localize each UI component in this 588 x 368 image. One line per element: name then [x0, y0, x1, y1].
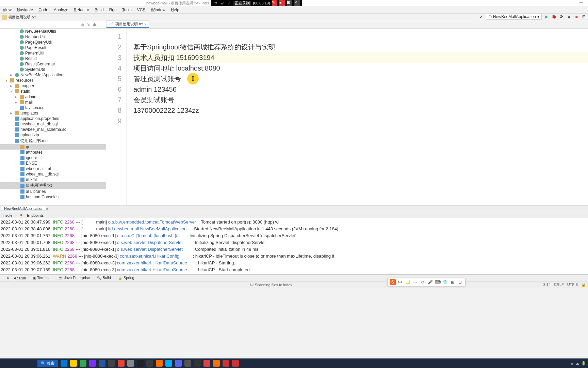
app-icon[interactable]	[232, 360, 239, 367]
tree-item[interactable]: 目使用说明.txt	[0, 182, 106, 189]
ime-moon-icon[interactable]: 🌙	[405, 279, 411, 285]
status-encoding[interactable]: UTF-8	[567, 282, 578, 287]
editor-tab[interactable]: 📄 项目使用说明.txt ×	[106, 20, 149, 28]
app-icon[interactable]	[146, 360, 153, 367]
project-tree[interactable]: ⊕ ⇲ ✱ — NewBeeMallUtilsNumberUtilPageQue…	[0, 21, 106, 205]
menu-tools[interactable]: Tools	[119, 7, 134, 12]
coverage-icon[interactable]: ⟳	[559, 14, 564, 19]
rec-stop-icon[interactable]: ■	[279, 0, 285, 6]
status-eol[interactable]: CRLF	[554, 282, 564, 287]
breadcrumb-file[interactable]: 项目使用说明.txt	[8, 15, 36, 20]
menu-navigate[interactable]: Navigate	[14, 7, 36, 12]
rec-icon[interactable]: ↙	[220, 1, 225, 5]
more-icon[interactable]: ⊞	[581, 14, 587, 19]
code-line[interactable]: admin 123456	[133, 84, 588, 95]
rec-settings-icon[interactable]: ⊞	[287, 0, 292, 6]
app-icon[interactable]	[203, 360, 210, 367]
tree-item[interactable]: wbee-mall.iml	[0, 166, 106, 171]
system-tray[interactable]: ∧ ☁ 🔋	[571, 361, 588, 366]
tree-item[interactable]: upload.zip	[0, 132, 106, 138]
ime-mic-icon[interactable]: 🎤	[427, 279, 433, 285]
tree-item[interactable]: ENSE	[0, 160, 106, 166]
ime-keyboard-icon[interactable]: ⌨	[435, 279, 441, 285]
tree-item[interactable]: ▾resources	[0, 78, 106, 83]
app-icon[interactable]	[194, 360, 201, 367]
app-icon[interactable]	[89, 360, 96, 367]
menu-build[interactable]: Build	[92, 7, 107, 12]
tree-settings-icon[interactable]: ✱	[93, 22, 96, 27]
tree-item[interactable]: application.properties	[0, 116, 106, 121]
tool-spring[interactable]: 🍃 Spring	[114, 275, 138, 281]
code-line[interactable]: 基于Springboot微信商城推荐系统的设计与实现	[133, 42, 588, 52]
minimize-button[interactable]: —	[574, 0, 588, 6]
tree-item[interactable]: ▾static	[0, 89, 106, 94]
tree-item[interactable]: ResultGenerator	[0, 61, 106, 67]
tree-item[interactable]: wbee_mall_db.sql	[0, 171, 106, 177]
code-line[interactable]: 13700002222 1234zz	[133, 105, 588, 116]
build-icon[interactable]: ↙	[478, 14, 484, 19]
status-pos[interactable]: 3:14	[543, 282, 551, 287]
ime-skin-icon[interactable]: 👕	[442, 279, 448, 285]
app-icon[interactable]	[137, 360, 144, 367]
code-line[interactable]: 会员测试账号	[133, 95, 588, 105]
app-icon[interactable]	[99, 360, 105, 367]
tree-item[interactable]: NumberUtil	[0, 34, 106, 40]
tree-item[interactable]: get	[0, 144, 106, 150]
console-output[interactable]: 2022-03-01 20:38:47.999 INFO 2268 --- [ …	[0, 218, 588, 274]
tree-item[interactable]: SystemUtil	[0, 67, 106, 72]
rec-close-icon[interactable]: ✕	[294, 0, 300, 6]
app-icon[interactable]	[127, 360, 134, 367]
code-line[interactable]	[133, 31, 588, 42]
menu-help[interactable]: Help	[168, 7, 182, 12]
tree-item[interactable]: ▸admin	[0, 94, 106, 99]
run-config-selector[interactable]: ⬡ NewBeeMallApplication ▾	[486, 14, 542, 20]
tree-item[interactable]: ▸templates	[0, 110, 106, 116]
tree-item[interactable]: Result	[0, 56, 106, 61]
rec-icon[interactable]: ⤢	[227, 1, 231, 5]
ime-emoji-icon[interactable]: ☺	[420, 279, 426, 285]
tree-target-icon[interactable]: ⊕	[81, 22, 84, 27]
ime-lang[interactable]: 中	[397, 279, 403, 285]
tree-item[interactable]: hes and Consoles	[0, 194, 106, 200]
code-line[interactable]: 项目访问地址 localhost:8080	[133, 63, 588, 74]
tray-icon[interactable]: ☁	[575, 361, 579, 366]
code-area[interactable]: I 基于Springboot微信商城推荐系统的设计与实现技术人员扣扣 15169…	[127, 29, 588, 205]
status-lock-icon[interactable]: 🔒	[581, 282, 586, 287]
tree-item[interactable]: ignore	[0, 155, 106, 160]
tree-item[interactable]: PageQueryUtil	[0, 40, 106, 45]
tree-item[interactable]: ▸mapper	[0, 83, 106, 89]
app-icon[interactable]	[175, 360, 182, 367]
menu-run[interactable]: Run	[107, 7, 119, 12]
menu-code[interactable]: Code	[36, 7, 51, 12]
tree-hide-icon[interactable]: —	[99, 22, 103, 27]
tree-item[interactable]: favicon.ico	[0, 105, 106, 110]
tree-item[interactable]: ▸mall	[0, 99, 106, 105]
app-icon[interactable]	[213, 360, 220, 367]
app-icon[interactable]	[223, 360, 229, 367]
stop-icon[interactable]: ■	[574, 14, 579, 19]
tree-collapse-icon[interactable]: ⇲	[87, 22, 90, 27]
tree-item[interactable]: PatternUtil	[0, 50, 106, 56]
app-icon[interactable]	[118, 360, 125, 367]
tree-item[interactable]: newbee_mall_schema.sql	[0, 127, 106, 132]
tree-item[interactable]: 使用说明书.md	[0, 138, 106, 144]
menu-window[interactable]: Window	[148, 7, 168, 12]
tree-item[interactable]: PageResult	[0, 45, 106, 50]
windows-taskbar[interactable]: 🔍 搜索 ∧ ☁ 🔋	[0, 358, 588, 368]
tray-icon[interactable]: 🔋	[581, 361, 586, 366]
tool-javaee[interactable]: ☕ Java Enterprise	[55, 275, 93, 281]
app-icon[interactable]	[61, 360, 67, 367]
tree-item[interactable]: m.xml	[0, 177, 106, 182]
app-icon[interactable]	[108, 360, 115, 367]
menu-vcs[interactable]: VCS	[134, 7, 148, 12]
tree-item[interactable]: NewBeeMallUtils	[0, 29, 106, 34]
tool-run[interactable]: ▶4: Run	[0, 275, 29, 281]
code-line[interactable]	[133, 116, 588, 126]
tree-item[interactable]: attributes	[0, 150, 106, 155]
app-icon[interactable]	[184, 360, 191, 367]
ime-grid-icon[interactable]: ⊞	[450, 279, 456, 285]
taskbar-search[interactable]: 🔍 搜索	[37, 360, 58, 367]
tree-item[interactable]: ▸NewBeeMallApplication	[0, 72, 106, 78]
tool-build[interactable]: 🔨 Build	[93, 275, 114, 281]
ime-toolbar[interactable]: S 中 🌙 ⋯ ☺ 🎤 ⌨ 👕 ⊞ ⊡	[387, 278, 466, 286]
